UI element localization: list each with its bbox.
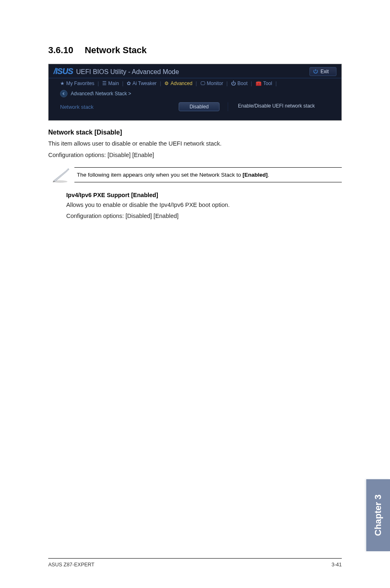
- bios-breadcrumb: Advanced\ Network Stack >: [49, 88, 341, 101]
- back-icon[interactable]: [60, 90, 67, 97]
- tab-boot[interactable]: ⏻ Boot: [231, 81, 248, 86]
- star-icon: ★: [60, 81, 65, 86]
- section-title: 3.6.10Network Stack: [48, 45, 342, 56]
- list-icon: ☰: [102, 81, 107, 86]
- tab-separator: |: [251, 81, 252, 86]
- setting-value[interactable]: Disabled: [179, 102, 220, 111]
- sub-setting: Ipv4/Ipv6 PXE Support [Enabled] Allows y…: [66, 192, 342, 221]
- section-name: Network Stack: [85, 45, 147, 55]
- tab-advanced[interactable]: ⚙ Advanced: [164, 81, 192, 86]
- note-box: The following item appears only when you…: [48, 166, 342, 184]
- tab-separator: |: [122, 81, 123, 86]
- page-footer: ASUS Z87-EXPERT 3-41: [48, 558, 342, 568]
- tab-separator: |: [276, 81, 277, 86]
- note-text: The following item appears only when you…: [74, 167, 342, 182]
- bios-body: Network stack Disabled Enable/Disable UE…: [49, 101, 341, 120]
- power-icon: [313, 68, 318, 75]
- tab-separator: |: [226, 81, 228, 86]
- setting-value-cell: Disabled: [170, 102, 228, 111]
- tab-monitor[interactable]: 🖵 Monitor: [200, 81, 223, 86]
- chapter-tab: Chapter 3: [366, 479, 390, 551]
- footer-model: ASUS Z87-EXPERT: [48, 562, 94, 568]
- bios-utility-title: UEFI BIOS Utility - Advanced Mode: [76, 68, 179, 76]
- note-text-bold: [Enabled]: [242, 172, 268, 178]
- tab-main[interactable]: ☰ Main: [102, 81, 119, 86]
- note-icon: [48, 166, 73, 184]
- tab-favorites[interactable]: ★ My Favorites: [60, 81, 94, 86]
- note-text-suffix: .: [268, 172, 269, 178]
- sub-setting-config-options: Configuration options: [Disabled] [Enabl…: [66, 212, 342, 221]
- bios-header: /ISUS UEFI BIOS Utility - Advanced Mode …: [49, 64, 341, 79]
- tool-icon: 🧰: [256, 81, 262, 86]
- exit-label: Exit: [321, 69, 329, 74]
- tab-separator: |: [196, 81, 197, 86]
- bios-logo-area: /ISUS UEFI BIOS Utility - Advanced Mode: [54, 67, 179, 76]
- tab-separator: |: [160, 81, 161, 86]
- setting-help: Enable/Disable UEFI network stack: [228, 102, 334, 111]
- footer-page-number: 3-41: [332, 562, 342, 568]
- boot-icon: ⏻: [231, 81, 236, 86]
- exit-button[interactable]: Exit: [309, 67, 336, 76]
- sub-setting-heading: Ipv4/Ipv6 PXE Support [Enabled]: [66, 192, 342, 198]
- asus-logo: /ISUS: [54, 67, 73, 76]
- setting-name[interactable]: Network stack: [60, 102, 170, 111]
- breadcrumb-text: Advanced\ Network Stack >: [71, 91, 131, 97]
- tweaker-icon: ✿: [127, 81, 131, 86]
- tab-tweaker[interactable]: ✿ Ai Tweaker: [127, 81, 157, 86]
- section-number: 3.6.10: [48, 45, 73, 56]
- tab-tool[interactable]: 🧰 Tool: [256, 81, 272, 86]
- chapter-label: Chapter 3: [373, 494, 383, 536]
- note-text-prefix: The following item appears only when you…: [77, 172, 242, 178]
- monitor-icon: 🖵: [200, 81, 205, 86]
- setting-heading: Network stack [Disable]: [48, 129, 342, 136]
- advanced-icon: ⚙: [164, 81, 169, 86]
- bios-screenshot: /ISUS UEFI BIOS Utility - Advanced Mode …: [48, 64, 342, 121]
- sub-setting-description: Allows you to enable or disable the Ipv4…: [66, 201, 342, 210]
- tab-separator: |: [98, 81, 99, 86]
- setting-description: This item allows user to disable or enab…: [48, 139, 342, 148]
- bios-tabs: ★ My Favorites | ☰ Main | ✿ Ai Tweaker |…: [49, 79, 341, 88]
- setting-config-options: Configuration options: [Disable] [Enable…: [48, 151, 342, 160]
